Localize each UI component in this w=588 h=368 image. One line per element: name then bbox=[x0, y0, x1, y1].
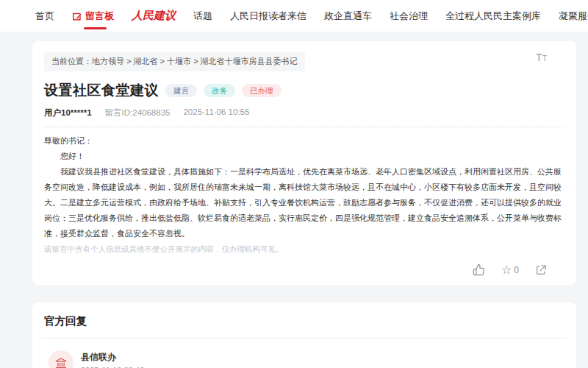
star-icon: ☆ bbox=[501, 264, 512, 276]
reply-department: 县信联办 bbox=[81, 351, 144, 364]
nav-message-board[interactable]: 留言板 bbox=[72, 10, 114, 23]
nav-home[interactable]: 首页 bbox=[35, 10, 54, 23]
action-bar: ☆ 0 bbox=[44, 263, 564, 276]
active-tab-underline bbox=[84, 27, 107, 29]
breadcrumb[interactable]: 当前位置：地方领导 > 湖北省 > 十堰市 > 湖北省十堰市房县县委书记 bbox=[44, 52, 305, 71]
message-greeting: 您好！ bbox=[44, 149, 564, 164]
favorite-button[interactable]: ☆ 0 bbox=[501, 264, 519, 276]
divider bbox=[44, 127, 564, 127]
government-building-icon bbox=[54, 356, 68, 368]
divider bbox=[41, 338, 567, 339]
nav-message-board-label: 留言板 bbox=[85, 10, 114, 23]
share-button[interactable] bbox=[535, 264, 547, 276]
status-badge-done: 已办理 bbox=[242, 84, 282, 97]
edit-pen-icon bbox=[72, 11, 82, 21]
avatar bbox=[49, 350, 74, 368]
tag-government: 政务 bbox=[204, 84, 235, 97]
nav-democracy-cases[interactable]: 全过程人民民主案例库 bbox=[445, 10, 541, 23]
thumbs-up-icon bbox=[473, 263, 485, 276]
message-salutation: 尊敬的书记： bbox=[44, 133, 564, 149]
privacy-note: 该留言中含有个人信息或其他不便公开展示的内容，仅办理机构可见。 bbox=[44, 244, 564, 255]
nav-people-suggestion[interactable]: 人民建议 bbox=[132, 9, 176, 23]
message-date: 2025-11-06 10:55 bbox=[183, 107, 249, 118]
page-title: 设置社区食堂建议 bbox=[44, 81, 159, 100]
message-card: 当前位置：地方领导 > 湖北省 > 十堰市 > 湖北省十堰市房县县委书记 TT … bbox=[32, 41, 576, 285]
message-id: 留言ID:24068835 bbox=[105, 107, 171, 118]
nav-social-governance[interactable]: 社会治理 bbox=[390, 10, 428, 23]
favorite-count: 0 bbox=[514, 265, 519, 275]
message-content: 我建议我县推进社区食堂建设，具体措施如下：一是科学布局选址，优先在离菜市场远、老… bbox=[44, 164, 564, 241]
nav-gov-enterprise[interactable]: 政企直通车 bbox=[324, 10, 372, 23]
nav-topics[interactable]: 话题 bbox=[193, 10, 212, 23]
user-name: 用户10*****1 bbox=[44, 107, 92, 118]
tag-suggestion: 建言 bbox=[165, 84, 197, 97]
official-reply-title: 官方回复 bbox=[44, 314, 564, 328]
reply-header: 县信联办 2025-11-10 08:42 bbox=[49, 350, 564, 368]
share-icon bbox=[535, 264, 547, 276]
nav-serve-masses[interactable]: 凝聚服务群众 bbox=[559, 10, 588, 23]
top-navigation: 首页 留言板 人民建议 话题 人民日报读者来信 政企直通车 社会治理 全过程人民… bbox=[0, 0, 588, 32]
like-button[interactable] bbox=[473, 263, 485, 276]
official-reply-card: 官方回复 县信联办 2025-11-10 08:42 网友，您好，收到您反映的情… bbox=[32, 302, 576, 368]
font-size-icon[interactable]: TT bbox=[536, 52, 547, 63]
message-body: 尊敬的书记： 您好！ 我建议我县推进社区食堂建设，具体措施如下：一是科学布局选址… bbox=[44, 133, 564, 241]
nav-reader-letters[interactable]: 人民日报读者来信 bbox=[230, 10, 306, 23]
